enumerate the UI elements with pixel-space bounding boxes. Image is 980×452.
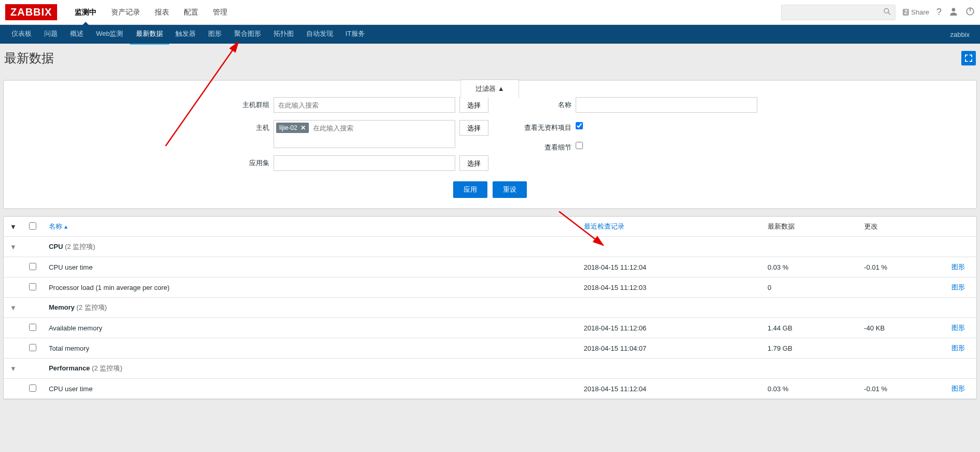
host-tag[interactable]: lijie-02 ✕ bbox=[276, 123, 309, 133]
cell-latest: 0.03 % bbox=[761, 257, 858, 277]
subnav-right-label: zabbix bbox=[945, 31, 975, 38]
name-input[interactable] bbox=[576, 97, 757, 113]
graph-link[interactable]: 图形 bbox=[951, 344, 965, 352]
cell-lastcheck: 2018-04-15 11:12:04 bbox=[578, 379, 761, 399]
cell-name: Processor load (1 min average per core) bbox=[43, 277, 578, 298]
table-row: Total memory2018-04-15 11:04:071.79 GB图形 bbox=[4, 338, 976, 358]
cell-change: -0.01 % bbox=[858, 257, 945, 277]
top-nav-item[interactable]: 管理 bbox=[206, 1, 235, 24]
close-icon[interactable]: ✕ bbox=[301, 124, 306, 131]
row-checkbox[interactable] bbox=[29, 283, 36, 290]
search-icon[interactable] bbox=[879, 8, 895, 17]
row-checkbox[interactable] bbox=[29, 344, 36, 351]
reset-button[interactable]: 重设 bbox=[493, 181, 527, 198]
user-icon[interactable] bbox=[949, 7, 958, 18]
row-checkbox[interactable] bbox=[29, 263, 36, 270]
svg-line-1 bbox=[888, 12, 890, 15]
filter-panel: 主机群组 选择 主机 lijie-02 ✕ 选择 bbox=[3, 80, 977, 209]
sub-nav-item[interactable]: 拓扑图 bbox=[267, 24, 300, 45]
graph-link[interactable]: 图形 bbox=[951, 324, 965, 331]
host-input[interactable]: lijie-02 ✕ bbox=[274, 120, 455, 148]
group-count: (2 监控项) bbox=[92, 364, 122, 372]
cell-name: CPU user time bbox=[43, 257, 578, 277]
details-label: 查看细节 bbox=[509, 140, 571, 152]
cell-change: -0.01 % bbox=[858, 379, 945, 399]
expand-all-toggle[interactable]: ▼ bbox=[4, 217, 23, 237]
app-select-button[interactable]: 选择 bbox=[459, 155, 488, 171]
sub-nav-item[interactable]: IT服务 bbox=[339, 24, 372, 45]
top-nav: 监测中资产记录报表配置管理 bbox=[67, 1, 781, 24]
graph-link[interactable]: 图形 bbox=[951, 384, 965, 392]
row-checkbox[interactable] bbox=[29, 324, 36, 331]
sort-asc-icon: ▲ bbox=[63, 224, 69, 230]
cell-latest: 1.79 GB bbox=[761, 338, 858, 358]
hostgroup-field[interactable] bbox=[276, 100, 453, 110]
table-group-row: ▼Performance (2 监控项) bbox=[4, 358, 976, 379]
expand-toggle[interactable]: ▼ bbox=[4, 237, 23, 257]
expand-toggle[interactable]: ▼ bbox=[4, 298, 23, 318]
sub-nav-item[interactable]: 最新数据 bbox=[130, 24, 169, 45]
sub-nav-item[interactable]: 触发器 bbox=[169, 24, 202, 45]
host-label: 主机 bbox=[223, 120, 269, 132]
power-icon[interactable] bbox=[965, 7, 975, 18]
graph-link[interactable]: 图形 bbox=[951, 263, 965, 271]
sub-nav-item[interactable]: 自动发现 bbox=[300, 24, 339, 45]
row-checkbox[interactable] bbox=[29, 384, 36, 392]
sub-nav-item[interactable]: 聚合图形 bbox=[228, 24, 267, 45]
hostgroup-select-button[interactable]: 选择 bbox=[459, 97, 488, 113]
logo[interactable]: ZABBIX bbox=[5, 4, 57, 20]
col-lastcheck[interactable]: 最近检查记录 bbox=[578, 217, 761, 237]
hostgroup-input[interactable] bbox=[274, 97, 455, 113]
nodata-checkbox[interactable] bbox=[576, 122, 583, 129]
z-icon: Z bbox=[903, 9, 909, 16]
expand-toggle[interactable]: ▼ bbox=[4, 358, 23, 379]
cell-latest: 0 bbox=[761, 277, 858, 298]
table-row: CPU user time2018-04-15 11:12:040.03 %-0… bbox=[4, 257, 976, 277]
apply-button[interactable]: 应用 bbox=[453, 181, 487, 198]
sub-nav: 仪表板问题概述Web监测最新数据触发器图形聚合图形拓扑图自动发现IT服务 bbox=[5, 24, 945, 45]
group-name: CPU bbox=[49, 243, 63, 250]
global-search[interactable] bbox=[781, 5, 895, 20]
host-field[interactable] bbox=[311, 123, 453, 133]
share-button[interactable]: Z Share bbox=[903, 8, 929, 16]
sub-nav-item[interactable]: 概述 bbox=[64, 24, 90, 45]
sub-nav-item[interactable]: 仪表板 bbox=[5, 24, 38, 45]
cell-lastcheck: 2018-04-15 11:12:03 bbox=[578, 277, 761, 298]
sub-nav-item[interactable]: 问题 bbox=[38, 24, 64, 45]
cell-lastcheck: 2018-04-15 11:12:04 bbox=[578, 257, 761, 277]
search-input[interactable] bbox=[782, 9, 879, 16]
cell-change bbox=[858, 277, 945, 298]
col-change: 更改 bbox=[858, 217, 945, 237]
top-nav-item[interactable]: 配置 bbox=[176, 1, 206, 24]
cell-name: Total memory bbox=[43, 338, 578, 358]
cell-change bbox=[858, 338, 945, 358]
select-all-checkbox[interactable] bbox=[29, 222, 36, 230]
cell-lastcheck: 2018-04-15 11:04:07 bbox=[578, 338, 761, 358]
filter-tab[interactable]: 过滤器 ▲ bbox=[460, 79, 519, 98]
table-group-row: ▼Memory (2 监控项) bbox=[4, 298, 976, 318]
graph-link[interactable]: 图形 bbox=[951, 283, 965, 291]
table-row: CPU user time2018-04-15 11:12:040.03 %-0… bbox=[4, 379, 976, 399]
data-table: ▼ 名称▲ 最近检查记录 最新数据 更改 ▼CPU (2 监控项)CPU use… bbox=[4, 217, 976, 399]
cell-lastcheck: 2018-04-15 11:12:06 bbox=[578, 318, 761, 338]
cell-latest: 0.03 % bbox=[761, 379, 858, 399]
fullscreen-button[interactable] bbox=[961, 51, 976, 65]
svg-point-0 bbox=[884, 8, 889, 13]
sub-nav-item[interactable]: 图形 bbox=[202, 24, 228, 45]
top-nav-item[interactable]: 报表 bbox=[147, 1, 176, 24]
top-nav-item[interactable]: 监测中 bbox=[67, 1, 104, 24]
share-label: Share bbox=[911, 8, 929, 16]
help-icon[interactable]: ? bbox=[936, 7, 942, 18]
top-nav-item[interactable]: 资产记录 bbox=[104, 1, 147, 24]
cell-name: CPU user time bbox=[43, 379, 578, 399]
details-checkbox[interactable] bbox=[576, 142, 583, 149]
table-row: Processor load (1 min average per core)2… bbox=[4, 277, 976, 298]
svg-point-2 bbox=[952, 8, 956, 11]
host-select-button[interactable]: 选择 bbox=[459, 120, 488, 136]
sub-nav-item[interactable]: Web监测 bbox=[90, 24, 130, 45]
col-name[interactable]: 名称▲ bbox=[43, 217, 578, 237]
nodata-label: 查看无资料项目 bbox=[509, 120, 571, 132]
table-group-row: ▼CPU (2 监控项) bbox=[4, 237, 976, 257]
app-input[interactable] bbox=[274, 155, 455, 171]
host-tag-label: lijie-02 bbox=[279, 124, 297, 131]
